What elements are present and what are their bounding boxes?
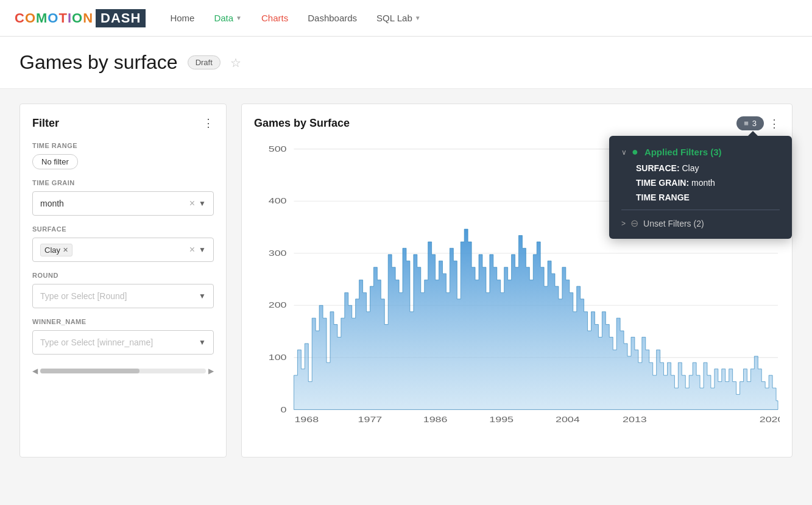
scroll-right-icon[interactable]: ▶ (208, 367, 214, 375)
unset-title: Unset Filters (2) (643, 219, 704, 228)
time-grain-section: TIME GRAIN month × ▼ (32, 179, 214, 216)
time-grain-value: month (40, 199, 64, 208)
svg-text:500: 500 (269, 144, 287, 153)
surface-select[interactable]: Clay ✕ × ▼ (32, 238, 214, 262)
chart-header: Games by Surface ≡ 3 ⋮ (254, 116, 780, 130)
filter-panel: Filter ⋮ TIME RANGE No filter TIME GRAIN… (19, 104, 227, 457)
page-header: Games by surface Draft ☆ (0, 37, 812, 89)
logo: COMOTION DASH (15, 9, 146, 27)
unset-chevron-icon[interactable]: > (621, 219, 626, 228)
scrollbar-track[interactable] (40, 369, 206, 373)
sqllab-chevron-icon: ▼ (415, 15, 421, 21)
scroll-left-icon[interactable]: ◀ (32, 367, 38, 375)
winner-name-chevron-icon[interactable]: ▼ (199, 338, 206, 347)
nav-home[interactable]: Home (170, 13, 194, 23)
winner-name-select[interactable]: Type or Select [winner_name] ▼ (32, 330, 214, 355)
main-content: Filter ⋮ TIME RANGE No filter TIME GRAIN… (0, 89, 812, 472)
winner-name-label: WINNER_NAME (32, 318, 214, 325)
logo-comotion: COMOTION (15, 10, 93, 26)
page-title: Games by surface (19, 51, 178, 74)
clay-tag-remove-icon[interactable]: ✕ (63, 246, 68, 254)
clay-tag-text: Clay (44, 245, 60, 255)
data-chevron-icon: ▼ (236, 15, 242, 21)
clay-tag: Clay ✕ (40, 244, 72, 256)
winner-name-placeholder: Type or Select [winner_name] (40, 337, 199, 347)
svg-text:300: 300 (269, 249, 287, 258)
applied-check-icon: ● (632, 146, 638, 158)
filter-badge-button[interactable]: ≡ 3 (736, 116, 764, 130)
applied-title: Applied Filters (3) (644, 147, 722, 157)
svg-text:2004: 2004 (556, 415, 580, 424)
nav-sqllab[interactable]: SQL Lab ▼ (376, 13, 421, 23)
time-grain-clear-icon[interactable]: × (189, 198, 195, 209)
time-range-label: TIME RANGE (32, 142, 214, 149)
svg-text:400: 400 (269, 197, 287, 205)
round-select[interactable]: Type or Select [Round] ▼ (32, 284, 214, 308)
surface-clear-icon[interactable]: × (189, 244, 195, 255)
time-grain-label: TIME GRAIN (32, 179, 214, 186)
no-filter-button[interactable]: No filter (32, 154, 78, 169)
winner-name-section: WINNER_NAME Type or Select [winner_name]… (32, 318, 214, 355)
applied-chevron-icon[interactable]: ∨ (621, 148, 627, 157)
svg-text:2020: 2020 (760, 415, 780, 424)
round-chevron-icon[interactable]: ▼ (199, 292, 206, 300)
time-range-filter-item: TIME RANGE (636, 192, 780, 202)
filter-badge-count: 3 (752, 119, 757, 128)
nav-dashboards[interactable]: Dashboards (308, 13, 357, 23)
chart-more-icon[interactable]: ⋮ (769, 117, 780, 130)
filter-badge-icon: ≡ (744, 119, 749, 128)
filter-title: Filter (32, 117, 59, 130)
svg-text:0: 0 (281, 405, 287, 414)
draft-badge[interactable]: Draft (188, 55, 221, 69)
time-grain-select[interactable]: month × ▼ (32, 191, 214, 216)
navbar: COMOTION DASH Home Data ▼ Charts Dashboa… (0, 0, 812, 37)
surface-section: SURFACE Clay ✕ × ▼ (32, 225, 214, 262)
chart-title: Games by Surface (254, 117, 350, 130)
nav-charts[interactable]: Charts (261, 13, 288, 23)
round-section: ROUND Type or Select [Round] ▼ (32, 272, 214, 308)
filter-more-icon[interactable]: ⋮ (203, 116, 214, 130)
svg-text:1995: 1995 (489, 415, 514, 424)
scrollbar-area: ◀ ▶ (32, 367, 214, 375)
nav-data[interactable]: Data ▼ (214, 13, 242, 23)
scrollbar-thumb[interactable] (40, 369, 139, 373)
svg-text:200: 200 (269, 301, 287, 309)
svg-text:1977: 1977 (358, 415, 383, 424)
filter-header: Filter ⋮ (32, 116, 214, 130)
time-grain-filter-item: TIME GRAIN: month (636, 178, 780, 188)
unset-icon: ⊖ (630, 217, 638, 229)
surface-filter-item: SURFACE: Clay (636, 163, 780, 173)
logo-dash: DASH (96, 9, 146, 27)
time-grain-chevron-icon[interactable]: ▼ (199, 199, 206, 208)
round-placeholder: Type or Select [Round] (40, 291, 199, 301)
chart-panel: Games by Surface ≡ 3 ⋮ ∨ ● Applied Filte… (241, 104, 793, 457)
applied-filters-row: ∨ ● Applied Filters (3) (621, 146, 780, 158)
surface-chevron-icon[interactable]: ▼ (199, 245, 206, 254)
svg-text:2013: 2013 (623, 415, 647, 424)
svg-text:1986: 1986 (423, 415, 448, 424)
chart-controls: ≡ 3 ⋮ (736, 116, 780, 130)
time-range-section: TIME RANGE No filter (32, 142, 214, 169)
filter-dropdown: ∨ ● Applied Filters (3) SURFACE: Clay TI… (609, 136, 792, 239)
svg-text:100: 100 (269, 353, 287, 362)
surface-label: SURFACE (32, 225, 214, 233)
dropdown-divider (621, 210, 780, 210)
nav-links: Home Data ▼ Charts Dashboards SQL Lab ▼ (170, 13, 420, 23)
star-icon[interactable]: ☆ (230, 55, 241, 70)
unset-filters-row: > ⊖ Unset Filters (2) (621, 217, 780, 229)
applied-filters-section: ∨ ● Applied Filters (3) SURFACE: Clay TI… (621, 146, 780, 202)
svg-text:1968: 1968 (294, 415, 319, 424)
round-label: ROUND (32, 272, 214, 279)
